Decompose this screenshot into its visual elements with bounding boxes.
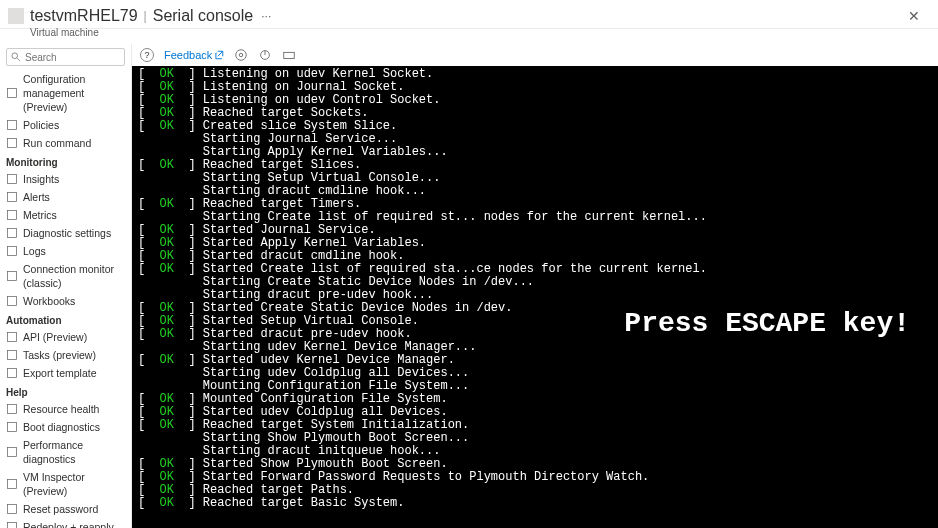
sidebar-item-label: Connection monitor (classic) [23, 262, 125, 290]
api-icon [6, 331, 18, 343]
sidebar-item-label: Metrics [23, 208, 57, 222]
sidebar-item[interactable]: Metrics [0, 206, 131, 224]
svg-rect-6 [8, 193, 17, 202]
svg-rect-20 [8, 523, 17, 529]
page-subtitle: Serial console [153, 7, 254, 25]
export-icon [6, 367, 18, 379]
terminal-icon [6, 137, 18, 149]
search-box[interactable] [6, 48, 125, 66]
page-title: testvmRHEL79 [30, 7, 138, 25]
sidebar-item[interactable]: Performance diagnostics [0, 436, 131, 468]
svg-rect-13 [8, 351, 17, 360]
svg-rect-12 [8, 333, 17, 342]
sidebar-item[interactable]: Export template [0, 364, 131, 382]
svg-rect-10 [8, 272, 17, 281]
sidebar-item[interactable]: Reset password [0, 500, 131, 518]
external-link-icon [214, 50, 224, 60]
svg-point-26 [236, 50, 247, 61]
insights-icon [6, 173, 18, 185]
overlay-message: Press ESCAPE key! [624, 308, 910, 339]
metrics-icon [6, 209, 18, 221]
search-wrap [0, 44, 131, 70]
perf-icon [6, 446, 18, 458]
sidebar-item[interactable]: Tasks (preview) [0, 346, 131, 364]
svg-line-1 [17, 58, 20, 61]
nav-section-header: Monitoring [0, 152, 131, 170]
svg-point-27 [240, 53, 244, 57]
sidebar-item[interactable]: Policies [0, 116, 131, 134]
sidebar-item[interactable]: Alerts [0, 188, 131, 206]
power-icon[interactable] [258, 48, 272, 62]
feedback-text: Feedback [164, 49, 212, 61]
logs-icon [6, 245, 18, 257]
sidebar-item-label: Workbooks [23, 294, 75, 308]
bell-icon [6, 191, 18, 203]
sidebar-item[interactable]: VM Inspector (Preview) [0, 468, 131, 500]
svg-rect-15 [8, 405, 17, 414]
health-icon [6, 403, 18, 415]
resource-type-label: Virtual machine [0, 27, 938, 44]
gear-icon [6, 87, 18, 99]
sidebar-item-label: Performance diagnostics [23, 438, 125, 466]
workbook-icon [6, 295, 18, 307]
console-toolbar: ? Feedback [132, 44, 938, 66]
sidebar-item-label: Policies [23, 118, 59, 132]
svg-rect-14 [8, 369, 17, 378]
svg-rect-16 [8, 423, 17, 432]
sidebar-item-label: Logs [23, 244, 46, 258]
vm-icon [8, 8, 24, 24]
sidebar-item[interactable]: Resource health [0, 400, 131, 418]
sidebar-item[interactable]: Insights [0, 170, 131, 188]
close-button[interactable]: ✕ [902, 6, 926, 26]
sidebar-item-label: API (Preview) [23, 330, 87, 344]
svg-rect-9 [8, 247, 17, 256]
sidebar-item-label: Run command [23, 136, 91, 150]
connmon-icon [6, 270, 18, 282]
sidebar-item[interactable]: Connection monitor (classic) [0, 260, 131, 292]
svg-rect-7 [8, 211, 17, 220]
sidebar-item[interactable]: Logs [0, 242, 131, 260]
help-button[interactable]: ? [140, 48, 154, 62]
nav-section-header: Automation [0, 310, 131, 328]
svg-rect-30 [284, 52, 295, 58]
window-header: testvmRHEL79 | Serial console ··· ✕ [0, 0, 938, 29]
sidebar-item[interactable]: Configuration management (Preview) [0, 70, 131, 116]
sidebar-item-label: Alerts [23, 190, 50, 204]
vmi-icon [6, 478, 18, 490]
sidebar-item-label: Redeploy + reapply [23, 520, 114, 528]
content-area: ? Feedback [ OK ] Listening on udev Kern… [132, 44, 938, 528]
sidebar-item[interactable]: Diagnostic settings [0, 224, 131, 242]
sidebar-item[interactable]: Run command [0, 134, 131, 152]
sidebar-item-label: Resource health [23, 402, 99, 416]
svg-rect-17 [8, 448, 17, 457]
sidebar-item-label: Export template [23, 366, 97, 380]
sidebar-item-label: Tasks (preview) [23, 348, 96, 362]
search-icon [11, 52, 21, 62]
sidebar-item-label: Reset password [23, 502, 98, 516]
nav-section-header: Help [0, 382, 131, 400]
sidebar-item-label: VM Inspector (Preview) [23, 470, 125, 498]
tasks-icon [6, 349, 18, 361]
sidebar-item[interactable]: Redeploy + reapply [0, 518, 131, 528]
svg-rect-18 [8, 480, 17, 489]
keyboard-icon[interactable] [282, 48, 296, 62]
sidebar-item[interactable]: Workbooks [0, 292, 131, 310]
title-separator: | [144, 9, 147, 23]
sidebar-item-label: Diagnostic settings [23, 226, 111, 240]
diag-icon [6, 227, 18, 239]
serial-console-output[interactable]: [ OK ] Listening on udev Kernel Socket.[… [132, 66, 938, 528]
shield-icon [6, 119, 18, 131]
svg-rect-8 [8, 229, 17, 238]
search-input[interactable] [25, 52, 115, 63]
sidebar-item[interactable]: API (Preview) [0, 328, 131, 346]
feedback-link[interactable]: Feedback [164, 49, 224, 61]
console-line: [ OK ] Reached target Basic System. [138, 497, 932, 510]
sidebar-item[interactable]: Boot diagnostics [0, 418, 131, 436]
boot-icon [6, 421, 18, 433]
key-icon [6, 503, 18, 515]
sidebar-item-label: Insights [23, 172, 59, 186]
more-button[interactable]: ··· [261, 9, 271, 23]
svg-rect-2 [8, 89, 17, 98]
settings-icon[interactable] [234, 48, 248, 62]
sidebar: Configuration management (Preview)Polici… [0, 44, 132, 528]
